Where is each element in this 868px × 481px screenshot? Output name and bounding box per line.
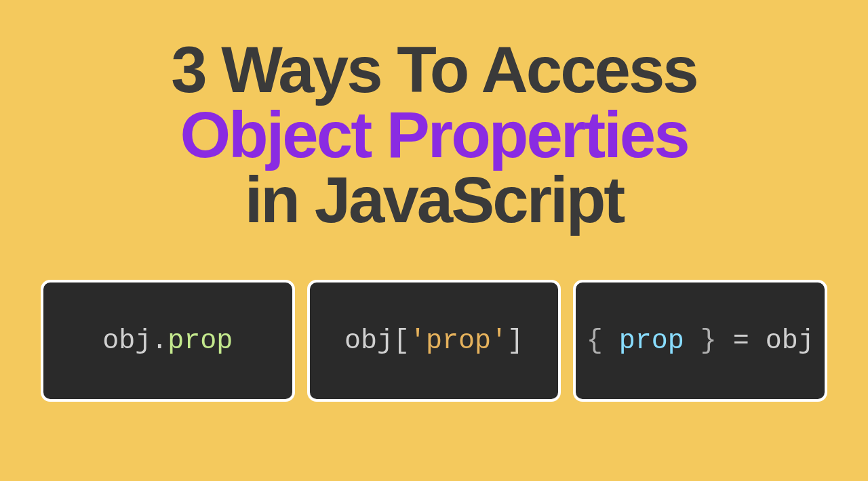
code-example-bracket-notation: obj['prop'] bbox=[307, 280, 561, 402]
code-token-prop: prop bbox=[167, 326, 233, 356]
code-token-string: 'prop' bbox=[410, 326, 507, 356]
code-token-var: prop bbox=[619, 326, 684, 356]
main-title: 3 Ways To Access Object Properties in Ja… bbox=[171, 37, 697, 232]
title-line-2: Object Properties bbox=[171, 102, 697, 167]
code-example-dot-notation: obj.prop bbox=[41, 280, 295, 402]
code-token-close-bracket: ] bbox=[507, 326, 524, 356]
code-examples-row: obj.prop obj['prop'] { prop } = obj bbox=[0, 280, 868, 402]
code-token-close-brace: } bbox=[684, 326, 717, 356]
code-token-equals: = bbox=[717, 326, 766, 356]
code-token-obj: obj bbox=[102, 326, 151, 356]
title-line-1: 3 Ways To Access bbox=[171, 37, 697, 102]
code-token-open-brace: { bbox=[587, 326, 619, 356]
code-token-obj: obj bbox=[766, 326, 814, 356]
code-token-obj: obj bbox=[344, 326, 393, 356]
title-line-3: in JavaScript bbox=[171, 167, 697, 232]
code-token-open-bracket: [ bbox=[393, 326, 410, 356]
code-token-dot: . bbox=[151, 326, 167, 356]
code-example-destructuring: { prop } = obj bbox=[573, 280, 827, 402]
